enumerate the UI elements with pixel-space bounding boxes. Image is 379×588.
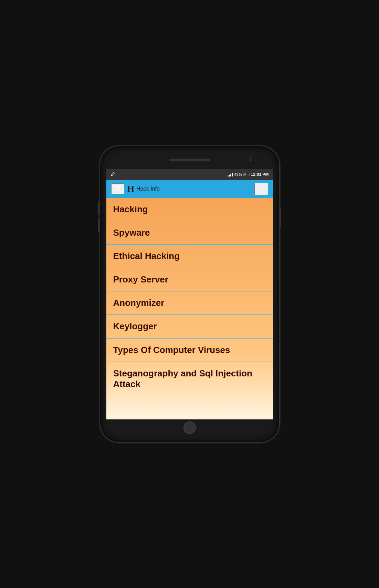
list-item[interactable]: Types Of Computer Viruses xyxy=(106,339,273,362)
list-item[interactable]: Ethical Hacking xyxy=(106,245,273,268)
status-bar: 🖊 43% 12:01 PM xyxy=(106,169,273,180)
power-button[interactable] xyxy=(280,208,281,227)
phone-top-bezel xyxy=(106,152,273,169)
app-logo: H xyxy=(127,183,135,194)
menu-item-label: Proxy Server xyxy=(113,274,168,285)
list-item[interactable]: Anonymizer xyxy=(106,291,273,315)
speaker-grille xyxy=(169,159,210,161)
hamburger-menu-button[interactable]: ☰ xyxy=(111,183,124,194)
status-left: 🖊 xyxy=(110,172,115,177)
time-display: 12:01 PM xyxy=(251,172,269,177)
signal-icon xyxy=(228,172,233,177)
app-title: Hack Info xyxy=(136,186,254,192)
list-item[interactable]: Spyware xyxy=(106,221,273,245)
battery-percent: 43% xyxy=(234,172,242,177)
menu-item-label: Keylogger xyxy=(113,321,157,331)
menu-list: HackingSpywareEthical HackingProxy Serve… xyxy=(106,198,273,419)
volume-up-button[interactable] xyxy=(98,201,100,215)
app-toolbar: ☰ H Hack Info ⋮ xyxy=(106,180,273,198)
app-screen: 🖊 43% 12:01 PM xyxy=(106,169,273,419)
battery-icon xyxy=(243,173,249,176)
phone-device: 🖊 43% 12:01 PM xyxy=(100,146,279,442)
menu-item-label: Hacking xyxy=(113,204,148,214)
menu-item-label: Steganography and Sql Injection Attack xyxy=(113,368,253,389)
menu-item-label: Ethical Hacking xyxy=(113,251,180,261)
list-item[interactable]: Hacking xyxy=(106,198,273,221)
usb-icon: 🖊 xyxy=(110,172,115,177)
menu-item-label: Spyware xyxy=(113,227,150,238)
list-item[interactable]: Steganography and Sql Injection Attack xyxy=(106,362,273,396)
volume-down-button[interactable] xyxy=(98,218,100,232)
status-right: 43% 12:01 PM xyxy=(228,172,269,177)
menu-item-label: Types Of Computer Viruses xyxy=(113,345,230,355)
list-item[interactable]: Keylogger xyxy=(106,315,273,338)
front-camera xyxy=(249,157,252,161)
phone-bottom-bezel xyxy=(106,419,273,436)
phone-screen: 🖊 43% 12:01 PM xyxy=(106,152,273,436)
more-options-button[interactable]: ⋮ xyxy=(254,183,268,195)
list-item[interactable]: Proxy Server xyxy=(106,268,273,291)
home-button[interactable] xyxy=(183,421,196,434)
menu-item-label: Anonymizer xyxy=(113,298,165,308)
